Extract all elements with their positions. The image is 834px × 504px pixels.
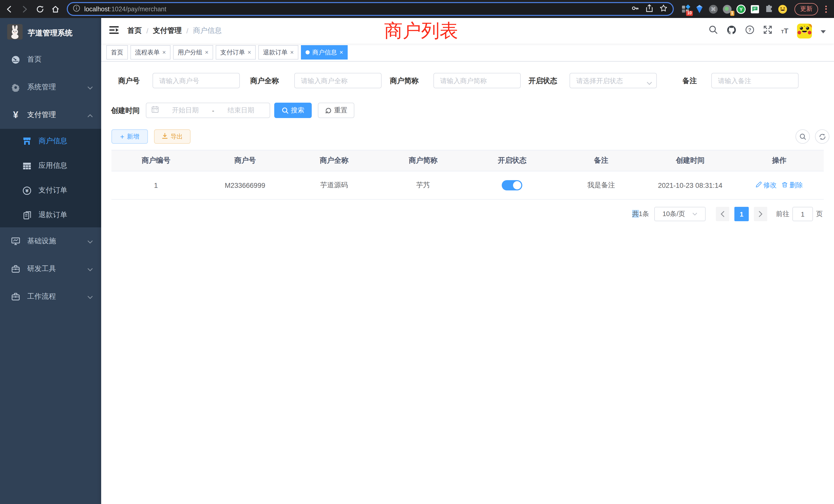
sidebar-item-pay[interactable]: ¥ 支付管理 — [0, 101, 101, 129]
app-title: 芋道管理系统 — [28, 28, 72, 38]
edit-link[interactable]: 修改 — [756, 181, 777, 190]
tab-home[interactable]: 首页 — [106, 45, 128, 60]
merchant-table: 商户编号 商户号 商户全称 商户简称 开启状态 备注 创建时间 操作 1 M23… — [111, 150, 824, 200]
hamburger-fold-icon[interactable] — [109, 25, 119, 36]
close-icon[interactable]: × — [339, 49, 343, 55]
ext-gem-icon[interactable] — [695, 4, 704, 14]
dashboard-icon — [11, 55, 20, 64]
sidebar-logo-row[interactable]: 芋道管理系统 — [0, 18, 101, 46]
sidebar-item-refund-order[interactable]: 退款订单 — [0, 203, 101, 227]
breadcrumb-home[interactable]: 首页 — [127, 26, 142, 36]
sidebar-item-workflow[interactable]: 工作流程 — [0, 283, 101, 311]
pagination: 共1条 10条/页 1 前往 页 — [101, 207, 823, 221]
cell-merchant-no: M233666999 — [200, 181, 290, 189]
profile-emoji-icon[interactable] — [778, 4, 787, 14]
documents-icon — [23, 211, 31, 220]
ext-chat-icon[interactable] — [750, 4, 760, 14]
field-label: 备注 — [668, 73, 697, 88]
end-date-placeholder[interactable]: 结束日期 — [217, 106, 264, 115]
active-dot — [306, 50, 310, 54]
fullscreen-icon[interactable] — [763, 25, 772, 37]
sidebar-item-system[interactable]: 系统管理 — [0, 73, 101, 101]
reset-button[interactable]: 重置 — [318, 102, 354, 118]
start-date-placeholder[interactable]: 开始日期 — [162, 106, 209, 115]
merchant-no-input[interactable] — [153, 73, 240, 88]
cell-full-name: 芋道源码 — [290, 181, 379, 190]
goto-page-input[interactable] — [792, 207, 813, 221]
tab-refund-order[interactable]: 退款订单× — [258, 45, 299, 60]
cell-actions: 修改 删除 — [734, 181, 824, 190]
status-select[interactable] — [570, 73, 657, 88]
browser-update-button[interactable]: 更新 — [794, 3, 818, 15]
key-icon[interactable] — [631, 4, 639, 14]
refresh-icon[interactable] — [815, 129, 829, 144]
sidebar-item-dev-tools[interactable]: 研发工具 — [0, 255, 101, 283]
breadcrumb-merchant: 商户信息 — [193, 26, 222, 36]
content: 商户号 商户全称 商户简称 开启状态 备注 创建时间 — [101, 62, 834, 504]
svg-text:Y: Y — [740, 6, 743, 12]
url-bar[interactable]: localhost:1024/pay/merchant — [67, 2, 674, 16]
ext-grid-icon[interactable]: 10 — [681, 4, 690, 14]
close-icon[interactable]: × — [290, 49, 294, 55]
tab-user-group[interactable]: 用户分组× — [173, 45, 213, 60]
sidebar-item-merchant-info[interactable]: 商户信息 — [0, 129, 101, 154]
share-icon[interactable] — [645, 4, 653, 14]
annotation-merchant-list: 商户列表 — [384, 19, 458, 44]
cell-status — [467, 180, 557, 190]
home-icon[interactable] — [51, 5, 60, 13]
chevron-down-icon — [87, 237, 93, 245]
search-form-row-1: 商户号 商户全称 商户简称 开启状态 备注 — [101, 73, 834, 88]
ext-y-logo-icon[interactable]: Y — [737, 4, 746, 14]
avatar[interactable] — [797, 23, 812, 38]
sidebar-item-pay-order[interactable]: ¥ 支付订单 — [0, 178, 101, 203]
toolbox-icon — [11, 265, 20, 273]
viewport: localhost:1024/pay/merchant 10 ⌘ 1 Y 更 — [0, 0, 834, 504]
field-label: 创建时间 — [101, 102, 140, 118]
merchant-shortname-input[interactable] — [434, 73, 521, 88]
prev-page-button[interactable] — [716, 207, 729, 221]
delete-link[interactable]: 删除 — [782, 181, 803, 190]
rabbit-logo — [7, 24, 23, 42]
create-time-range-picker[interactable]: 开始日期 - 结束日期 — [146, 102, 270, 118]
ext-recorder-icon[interactable]: 1 — [723, 4, 732, 14]
tags-bar: 首页 流程表单× 用户分组× 支付订单× 退款订单× 商户信息× — [101, 44, 834, 62]
github-icon[interactable] — [727, 25, 737, 37]
breadcrumb-pay[interactable]: 支付管理 — [153, 26, 182, 36]
grid-icon — [23, 162, 31, 169]
ext-command-icon[interactable]: ⌘ — [709, 4, 718, 14]
remark-input[interactable] — [711, 73, 798, 88]
field-label: 商户全称 — [243, 73, 279, 88]
close-icon[interactable]: × — [247, 49, 251, 55]
extensions-puzzle-icon[interactable] — [764, 4, 773, 14]
sidebar-item-infra[interactable]: 基础设施 — [0, 227, 101, 255]
font-size-icon[interactable]: TT — [781, 26, 788, 36]
tab-merchant-info[interactable]: 商户信息× — [301, 45, 348, 60]
search-button[interactable]: 搜索 — [274, 102, 312, 118]
add-button[interactable]: + 新增 — [111, 129, 148, 144]
menu-dots-icon[interactable] — [825, 5, 827, 13]
table-header: 商户编号 商户号 商户全称 商户简称 开启状态 备注 创建时间 操作 — [111, 151, 824, 171]
next-page-button[interactable] — [754, 207, 767, 221]
chevron-down-icon — [87, 83, 93, 91]
sidebar-item-home[interactable]: 首页 — [0, 46, 101, 73]
reload-icon[interactable] — [36, 5, 44, 13]
status-toggle[interactable] — [502, 180, 522, 190]
tab-process-form[interactable]: 流程表单× — [130, 45, 171, 60]
close-icon[interactable]: × — [205, 49, 208, 55]
page-number-1[interactable]: 1 — [734, 207, 749, 221]
merchant-fullname-input[interactable] — [294, 73, 381, 88]
info-icon[interactable] — [73, 4, 80, 14]
sidebar-item-app-info[interactable]: 应用信息 — [0, 154, 101, 178]
star-icon[interactable] — [659, 4, 667, 14]
back-icon[interactable] — [5, 5, 13, 13]
url-text[interactable]: localhost:1024/pay/merchant — [84, 5, 627, 13]
forward-icon[interactable] — [21, 5, 29, 13]
export-button[interactable]: 导出 — [154, 129, 191, 144]
help-icon[interactable]: ? — [745, 25, 754, 37]
caret-down-icon[interactable] — [821, 26, 826, 36]
search-toggle-icon[interactable] — [795, 129, 810, 144]
close-icon[interactable]: × — [162, 49, 166, 55]
tab-pay-order[interactable]: 支付订单× — [216, 45, 256, 60]
search-icon[interactable] — [709, 25, 718, 37]
page-size-select[interactable]: 10条/页 — [654, 207, 706, 221]
